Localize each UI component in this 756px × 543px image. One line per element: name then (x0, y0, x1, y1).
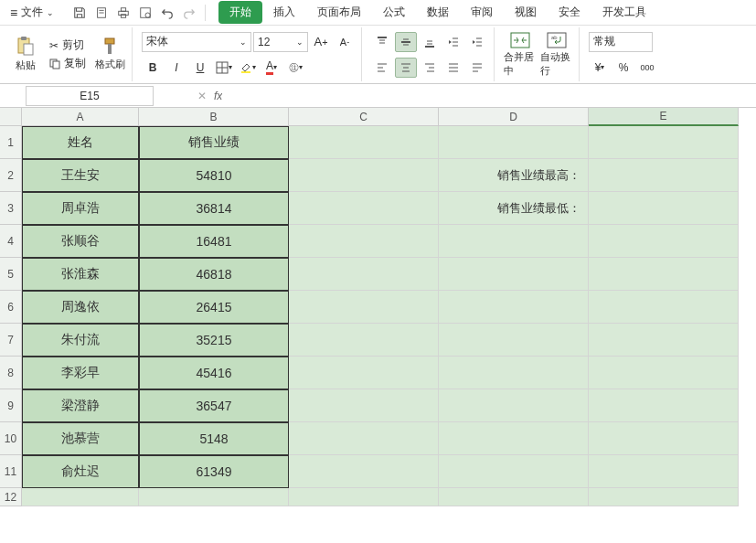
cell[interactable] (589, 455, 739, 488)
tab-start[interactable]: 开始 (218, 1, 262, 24)
cell[interactable] (289, 389, 439, 422)
cell[interactable] (139, 488, 289, 506)
cell[interactable]: 销售业绩最低： (439, 192, 589, 225)
cell[interactable] (589, 422, 739, 455)
cell[interactable]: 梁澄静 (22, 389, 139, 422)
col-header-c[interactable]: C (289, 108, 439, 126)
cell[interactable] (439, 357, 589, 389)
fill-color-button[interactable]: ▾ (237, 58, 259, 78)
currency-icon[interactable]: ¥▾ (589, 58, 611, 78)
cell[interactable] (589, 159, 739, 192)
cell[interactable]: 销售业绩 (139, 126, 289, 159)
cell[interactable] (439, 258, 589, 291)
paste-button[interactable]: 粘贴 (9, 29, 42, 80)
bold-button[interactable]: B (142, 58, 164, 78)
cell[interactable]: 26415 (139, 291, 289, 324)
cell[interactable] (289, 324, 439, 357)
row-header[interactable]: 11 (0, 455, 22, 488)
font-color-button[interactable]: A▾ (261, 58, 282, 78)
cell[interactable]: 俞灶迟 (22, 455, 139, 488)
row-header[interactable]: 9 (0, 389, 22, 422)
cell[interactable] (289, 291, 439, 324)
select-all-corner[interactable] (0, 108, 22, 126)
cell[interactable]: 36547 (139, 389, 289, 422)
cell[interactable] (589, 291, 739, 324)
row-header[interactable]: 1 (0, 126, 22, 159)
tab-page-layout[interactable]: 页面布局 (306, 1, 372, 24)
cell[interactable]: 16481 (139, 225, 289, 258)
cell[interactable] (439, 126, 589, 159)
grid[interactable]: A B C D E 1 姓名 销售业绩 2 王生安 54810 销售业绩最高： … (0, 108, 756, 506)
tab-view[interactable]: 视图 (504, 1, 548, 24)
cell[interactable]: 54810 (139, 159, 289, 192)
cell[interactable] (439, 225, 589, 258)
cell[interactable] (439, 455, 589, 488)
tab-review[interactable]: 审阅 (460, 1, 504, 24)
wrap-text-button[interactable]: ab 自动换行 (540, 29, 573, 80)
row-header[interactable]: 3 (0, 192, 22, 225)
save-icon[interactable] (69, 3, 90, 23)
tab-formulas[interactable]: 公式 (372, 1, 416, 24)
cell[interactable] (439, 324, 589, 357)
align-left-icon[interactable] (371, 58, 393, 78)
percent-icon[interactable]: % (612, 58, 634, 78)
align-right-icon[interactable] (419, 58, 441, 78)
col-header-d[interactable]: D (439, 108, 589, 126)
tab-security[interactable]: 安全 (548, 1, 591, 24)
cell[interactable]: 36814 (139, 192, 289, 225)
font-name-select[interactable]: 宋体⌄ (142, 32, 251, 52)
justify-icon[interactable] (442, 58, 464, 78)
underline-button[interactable]: U (189, 58, 211, 78)
cell[interactable] (289, 488, 439, 506)
row-header[interactable]: 4 (0, 225, 22, 258)
cell[interactable]: 姓名 (22, 126, 139, 159)
cell[interactable]: 35215 (139, 324, 289, 357)
cell[interactable] (589, 488, 739, 506)
italic-button[interactable]: I (165, 58, 187, 78)
col-header-e[interactable]: E (589, 108, 739, 126)
increase-font-icon[interactable]: A+ (310, 32, 332, 52)
cell[interactable]: 5148 (139, 422, 289, 455)
row-header[interactable]: 5 (0, 258, 22, 291)
row-header[interactable]: 10 (0, 422, 22, 455)
cell[interactable] (589, 389, 739, 422)
tab-data[interactable]: 数据 (416, 1, 460, 24)
cell[interactable]: 李彩早 (22, 357, 139, 389)
cell[interactable]: 45416 (139, 357, 289, 389)
merge-center-button[interactable]: 合并居中 (504, 29, 537, 80)
row-header[interactable]: 8 (0, 357, 22, 389)
cell[interactable]: 销售业绩最高： (439, 159, 589, 192)
decrease-font-icon[interactable]: A- (334, 32, 356, 52)
cell[interactable] (289, 159, 439, 192)
cell[interactable]: 周逸依 (22, 291, 139, 324)
align-top-icon[interactable] (371, 32, 393, 52)
cell[interactable] (589, 192, 739, 225)
print-icon[interactable] (113, 3, 133, 23)
cell[interactable] (439, 389, 589, 422)
formula-input[interactable] (222, 86, 756, 106)
format-painter-button[interactable]: 格式刷 (93, 29, 126, 80)
cell[interactable] (289, 455, 439, 488)
increase-indent-icon[interactable] (466, 32, 488, 52)
cell[interactable]: 池慕营 (22, 422, 139, 455)
cell[interactable] (289, 357, 439, 389)
row-header[interactable]: 12 (0, 488, 22, 506)
cell[interactable] (289, 422, 439, 455)
cell[interactable] (289, 192, 439, 225)
decrease-indent-icon[interactable] (442, 32, 464, 52)
distribute-icon[interactable] (466, 58, 488, 78)
cell[interactable]: 张淮森 (22, 258, 139, 291)
thousands-icon[interactable]: 000 (636, 58, 658, 78)
cell[interactable]: 朱付流 (22, 324, 139, 357)
cell[interactable] (289, 258, 439, 291)
cell[interactable]: 46818 (139, 258, 289, 291)
align-bottom-icon[interactable] (419, 32, 441, 52)
print-preview-icon[interactable] (91, 3, 112, 23)
phonetic-button[interactable]: ㊟▾ (284, 58, 306, 78)
export-icon[interactable] (135, 3, 155, 23)
tab-developer[interactable]: 开发工具 (591, 1, 657, 24)
border-button[interactable]: ▾ (213, 58, 235, 78)
copy-button[interactable]: 复制 (46, 56, 90, 72)
tab-insert[interactable]: 插入 (262, 1, 306, 24)
cell[interactable] (439, 422, 589, 455)
